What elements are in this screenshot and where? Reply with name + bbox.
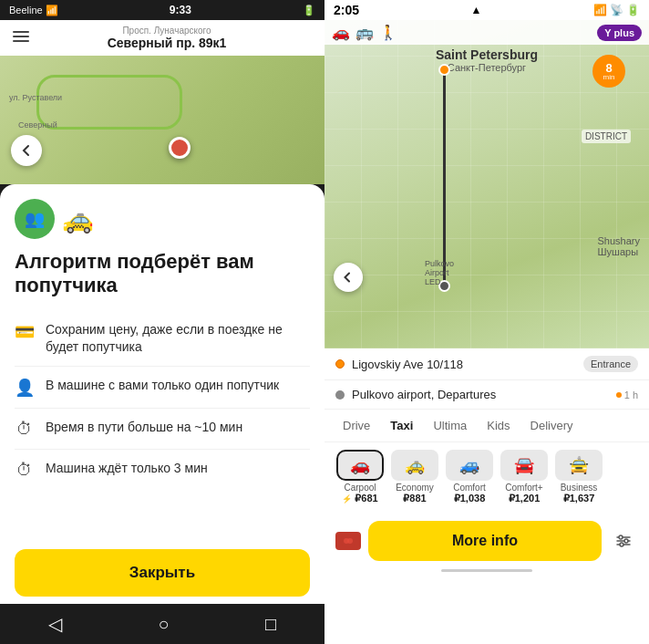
- svg-point-2: [347, 538, 353, 544]
- svg-point-7: [624, 539, 628, 543]
- settings-icon[interactable]: [609, 526, 638, 556]
- time-value: 8: [605, 62, 612, 74]
- time-dot: [616, 392, 622, 398]
- service-economy[interactable]: 🚕 Economy ₽881: [390, 450, 439, 504]
- nav-bar: ◁ ○ □: [0, 604, 324, 644]
- tab-delivery[interactable]: Delivery: [523, 415, 581, 436]
- battery-icon: 🔋: [303, 5, 315, 16]
- burger-button[interactable]: [9, 27, 33, 46]
- economy-price: ₽881: [403, 493, 426, 504]
- mode-icons: 🚗 🚌 🚶: [332, 24, 397, 41]
- district-label-1: DISTRICT: [582, 130, 631, 143]
- tab-ultima[interactable]: Ultima: [426, 415, 474, 436]
- time-badge: 8 min: [592, 55, 625, 88]
- right-time: 2:05: [334, 3, 359, 17]
- city-name-ru: Санкт-Петербург: [436, 62, 538, 73]
- comfort-price: ₽1,038: [454, 493, 486, 504]
- carpool-header: 👥 🚕: [15, 199, 310, 239]
- carpool-img: 🚗: [336, 450, 384, 481]
- entrance-badge: Entrance: [583, 356, 638, 372]
- service-carpool[interactable]: 🚗 Carpool ⚡ ₽681: [335, 450, 385, 504]
- business-car-icon: 🚖: [569, 455, 589, 475]
- service-business[interactable]: 🚖 Business ₽1,637: [554, 450, 603, 504]
- wifi-icon: 📶: [46, 5, 58, 16]
- shushary-label: ShusharyШушары: [598, 235, 640, 257]
- carpool-label: Carpool: [344, 483, 376, 493]
- comfort-plus-label: Comfort+: [505, 483, 542, 493]
- business-img: 🚖: [555, 450, 603, 481]
- dest-dot: [335, 390, 345, 400]
- back-button-right[interactable]: [334, 263, 363, 292]
- car-mode-icon[interactable]: 🚗: [332, 24, 350, 41]
- business-price: ₽1,637: [563, 493, 595, 504]
- person-icon: 👤: [15, 378, 35, 398]
- left-panel: Beeline 📶 9:33 🔋 Просп. Луначарского Сев…: [0, 0, 324, 644]
- people-icon: 👥: [15, 199, 55, 239]
- feature-text-2: В машине с вами только один попутчик: [46, 377, 279, 394]
- city-label: Saint Petersburg Санкт-Петербург: [436, 47, 538, 73]
- comfort-plus-img: 🚘: [500, 450, 548, 481]
- back-button-left[interactable]: [11, 135, 42, 166]
- service-comfort-plus[interactable]: 🚘 Comfort+ ₽1,201: [500, 450, 549, 504]
- feature-item-3: ⏱ Время в пути больше на ~10 мин: [15, 409, 310, 450]
- location-row-dest: Pulkovo airport, Departures 1 h: [324, 380, 649, 410]
- feature-text-3: Время в пути больше на ~10 мин: [46, 419, 242, 436]
- more-info-button[interactable]: More info: [368, 521, 602, 561]
- tabs-row: Drive Taxi Ultima Kids Delivery: [324, 410, 649, 442]
- right-map: 🚗 🚌 🚶 Y plus Saint Petersburg Санкт-Пете…: [324, 20, 649, 348]
- home-nav-icon[interactable]: ○: [158, 614, 169, 635]
- close-button[interactable]: Закрыть: [15, 549, 310, 597]
- svg-point-8: [620, 543, 623, 546]
- map-pin: [169, 137, 191, 159]
- tab-kids[interactable]: Kids: [479, 415, 517, 436]
- signal-icon: 📶: [593, 4, 607, 16]
- recents-nav-icon[interactable]: □: [265, 614, 276, 635]
- payment-card-icon[interactable]: [335, 532, 361, 550]
- route-line: [443, 66, 446, 285]
- comfort-img: 🚙: [446, 450, 493, 481]
- feature-list: 💳 Сохраним цену, даже если в поездке не …: [15, 311, 310, 538]
- right-top-bar: 🚗 🚌 🚶 Y plus: [324, 20, 649, 45]
- tab-drive[interactable]: Drive: [335, 415, 377, 436]
- transit-icon[interactable]: 🚌: [355, 24, 374, 41]
- car-icon: 🚕: [62, 204, 94, 234]
- carrier: Beeline 📶: [9, 5, 58, 16]
- sliders-icon: [614, 532, 633, 550]
- back-nav-icon[interactable]: ◁: [48, 613, 62, 635]
- location-row-origin: Ligovskiy Ave 10/118 Entrance: [324, 348, 649, 380]
- walk-icon[interactable]: 🚶: [379, 24, 397, 41]
- comfort-plus-price: ₽1,201: [509, 493, 541, 504]
- address-bar: Просп. Луначарского Северный пр. 89к1: [0, 20, 324, 56]
- navigation-icon: ▲: [471, 4, 482, 16]
- right-panel: 2:05 ▲ 📶 📡 🔋 🚗 🚌 🚶 Y plus Saint Petersbu…: [324, 0, 649, 644]
- yandex-plus-badge: Y plus: [597, 25, 642, 41]
- city-name-en: Saint Petersburg: [436, 47, 538, 62]
- business-label: Business: [561, 483, 598, 493]
- dest-text: Pulkovo airport, Departures: [352, 388, 609, 401]
- service-comfort[interactable]: 🚙 Comfort ₽1,038: [445, 450, 494, 504]
- credit-card-icon: [341, 536, 355, 545]
- tab-taxi[interactable]: Taxi: [383, 415, 420, 436]
- feature-item-4: ⏱ Машина ждёт только 3 мин: [15, 450, 310, 490]
- address-sub: Просп. Луначарского: [46, 26, 288, 36]
- svg-point-6: [619, 535, 623, 539]
- comfort-car-icon: 🚙: [459, 455, 479, 475]
- carrier-name: Beeline: [9, 5, 43, 16]
- pulkovo-label: PulkovoAirportLED: [425, 259, 454, 286]
- services-row: 🚗 Carpool ⚡ ₽681 🚕 Economy ₽881 🚙: [324, 442, 649, 512]
- route-dot-origin: [438, 64, 450, 76]
- right-icons: 🔋: [303, 5, 315, 16]
- lightning-icon: ⚡: [342, 494, 352, 504]
- carpool-title: Алгоритм подберёт вам попутчика: [15, 250, 310, 298]
- feature-text-4: Машина ждёт только 3 мин: [46, 460, 208, 477]
- origin-text: Ligovskiy Ave 10/118: [352, 358, 576, 371]
- address-main: Северный пр. 89к1: [46, 36, 288, 50]
- left-status-bar: Beeline 📶 9:33 🔋: [0, 0, 324, 20]
- right-status-bar: 2:05 ▲ 📶 📡 🔋: [324, 0, 649, 20]
- map-label-1: ул. Руставели: [9, 93, 62, 102]
- signal-icons: 📶 📡 🔋: [593, 4, 640, 16]
- origin-dot: [335, 359, 345, 369]
- travel-time-value: 1 h: [624, 390, 638, 400]
- home-indicator: [441, 569, 532, 572]
- economy-label: Economy: [396, 483, 434, 493]
